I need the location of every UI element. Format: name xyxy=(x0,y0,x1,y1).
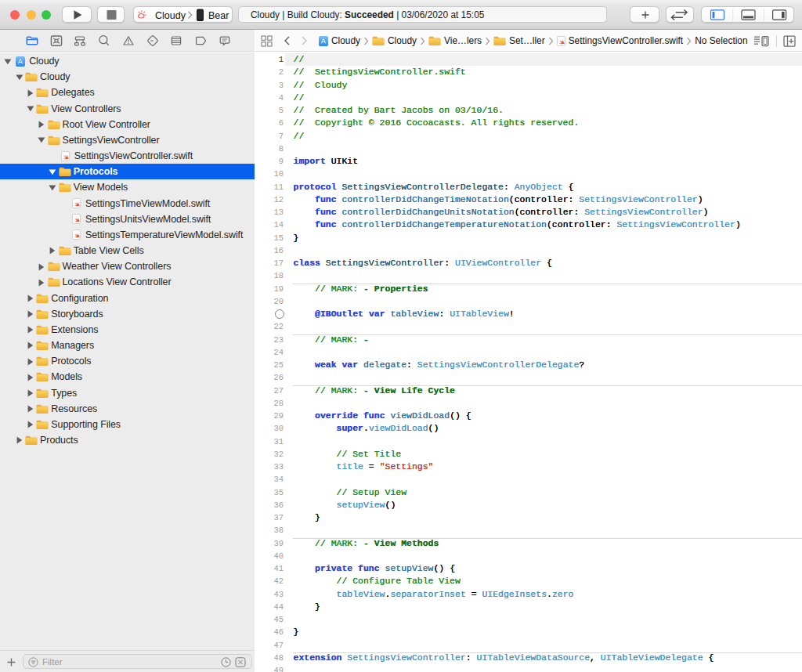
svg-text:Cloudy: Cloudy xyxy=(155,10,186,21)
svg-text:Bear: Bear xyxy=(208,10,229,21)
